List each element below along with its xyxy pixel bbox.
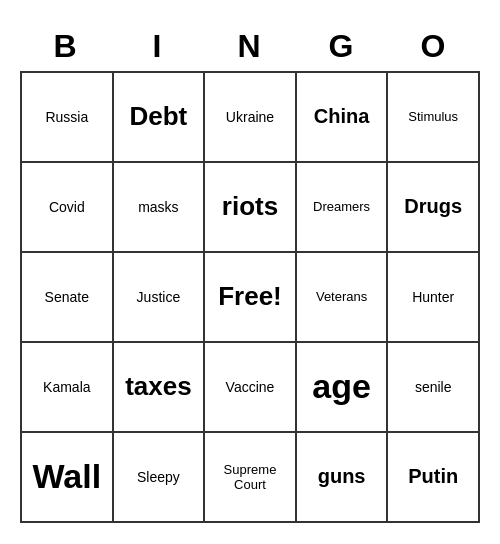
header-letter: B [20,22,112,71]
bingo-grid: RussiaDebtUkraineChinaStimulusCovidmasks… [20,71,480,523]
header-letter: O [388,22,480,71]
bingo-cell[interactable]: Ukraine [205,73,297,163]
header-letter: G [296,22,388,71]
bingo-cell[interactable]: Justice [114,253,206,343]
bingo-cell[interactable]: Debt [114,73,206,163]
bingo-cell[interactable]: China [297,73,389,163]
bingo-cell[interactable]: age [297,343,389,433]
bingo-cell[interactable]: Wall [22,433,114,523]
bingo-cell[interactable]: senile [388,343,480,433]
bingo-cell[interactable]: Drugs [388,163,480,253]
bingo-cell[interactable]: Putin [388,433,480,523]
bingo-cell[interactable]: Stimulus [388,73,480,163]
bingo-cell[interactable]: taxes [114,343,206,433]
bingo-cell[interactable]: Vaccine [205,343,297,433]
bingo-cell[interactable]: Sleepy [114,433,206,523]
bingo-header: BINGO [20,22,480,71]
bingo-card: BINGO RussiaDebtUkraineChinaStimulusCovi… [20,22,480,523]
bingo-cell[interactable]: Supreme Court [205,433,297,523]
bingo-cell[interactable]: masks [114,163,206,253]
bingo-cell[interactable]: riots [205,163,297,253]
bingo-cell[interactable]: Kamala [22,343,114,433]
bingo-cell[interactable]: Veterans [297,253,389,343]
bingo-cell[interactable]: Senate [22,253,114,343]
header-letter: I [112,22,204,71]
header-letter: N [204,22,296,71]
bingo-cell[interactable]: Covid [22,163,114,253]
bingo-cell[interactable]: Free! [205,253,297,343]
bingo-cell[interactable]: Dreamers [297,163,389,253]
bingo-cell[interactable]: Russia [22,73,114,163]
bingo-cell[interactable]: Hunter [388,253,480,343]
bingo-cell[interactable]: guns [297,433,389,523]
